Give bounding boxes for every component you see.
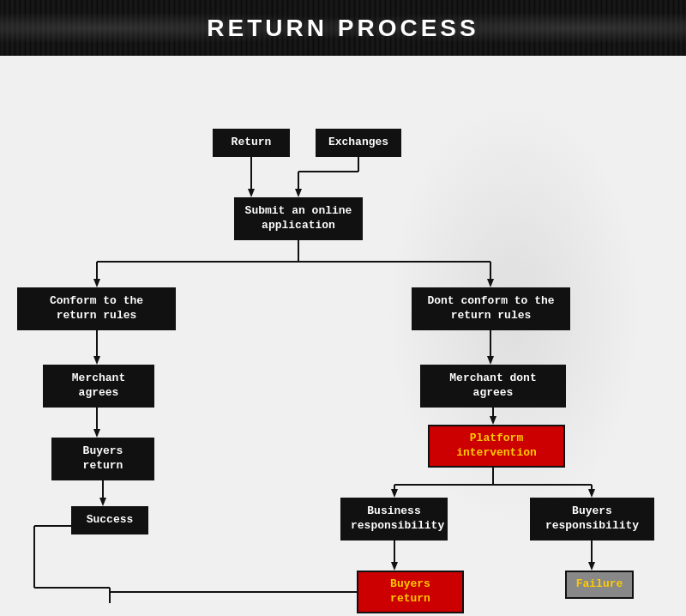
box-submit: Submit an online application — [234, 197, 363, 240]
svg-marker-19 — [99, 498, 106, 506]
box-dont-conform: Dont conform to the return rules — [412, 287, 570, 330]
box-platform: Platform intervention — [428, 425, 565, 468]
svg-marker-5 — [295, 189, 302, 197]
box-return: Return — [213, 129, 290, 157]
svg-marker-1 — [248, 189, 255, 197]
box-buyers-return-right: Buyers return — [357, 571, 464, 613]
box-failure: Failure — [565, 571, 634, 599]
svg-marker-13 — [487, 279, 494, 287]
svg-marker-27 — [490, 416, 496, 425]
header: RETURN PROCESS — [0, 0, 686, 56]
box-merchant-dont: Merchant dont agrees — [420, 365, 566, 408]
box-merchant-agrees: Merchant agrees — [43, 365, 154, 408]
svg-marker-35 — [588, 489, 595, 498]
svg-marker-17 — [93, 429, 100, 438]
page-title: RETURN PROCESS — [207, 15, 478, 42]
box-exchanges: Exchanges — [316, 129, 401, 157]
svg-marker-25 — [487, 356, 494, 365]
box-business: Business responsibility — [340, 498, 448, 541]
box-success: Success — [71, 506, 148, 534]
svg-marker-15 — [93, 356, 100, 365]
svg-marker-37 — [391, 562, 398, 571]
box-buyers-responsibility: Buyers responsibility — [530, 498, 654, 541]
svg-marker-31 — [391, 489, 398, 498]
svg-marker-9 — [93, 279, 100, 287]
box-buyers-return-left: Buyers return — [51, 438, 154, 480]
svg-marker-39 — [588, 562, 595, 571]
box-conform: Conform to the return rules — [17, 287, 176, 330]
content-area: Return Exchanges Submit an online applic… — [0, 56, 686, 616]
